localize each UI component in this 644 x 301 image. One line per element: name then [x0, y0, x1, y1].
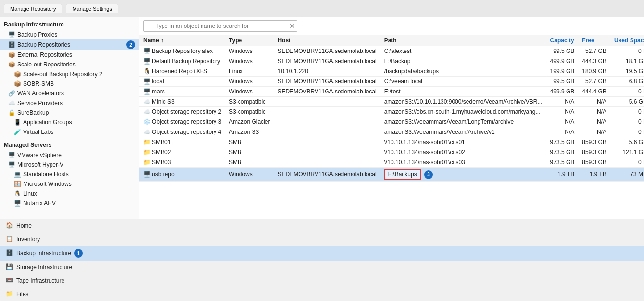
table-row[interactable]: 📁SMB02SMB\\10.10.1.134\nas-sobr01\cifs02… — [139, 147, 644, 157]
cell-host-3: SEDEMOVBRV11GA.sedemolab.local — [274, 77, 380, 87]
cell-name-2: 🐧Hardened Repo+XFS — [139, 66, 225, 77]
cell-name-1: 🖥️Default Backup Repository — [139, 56, 225, 66]
cell-name-8: ☁️Object storage repository 4 — [139, 127, 225, 137]
col-header-name[interactable]: Name ↑ — [139, 35, 225, 46]
sidebar-label-application-groups: Application Groups — [23, 119, 135, 126]
sidebar-item-nutanix-ahv[interactable]: 🖥️ Nutanix AHV — [0, 198, 139, 208]
sidebar-item-scale-out-repositories[interactable]: 📦 Scale-out Repositories — [0, 60, 139, 69]
repo-icon-5: ☁️ — [143, 98, 151, 105]
sidebar-item-vmware-vsphere[interactable]: 🖥️ VMware vSphere — [0, 150, 139, 160]
table-row[interactable]: ❄️Object storage repository 3Amazon Glac… — [139, 117, 644, 127]
table-row[interactable]: 🖥️Default Backup RepositoryWindowsSEDEMO… — [139, 56, 644, 66]
bottom-nav-item-tape-infrastructure[interactable]: 📼 Tape Infrastructure — [0, 274, 644, 288]
table-row[interactable]: 🖥️marsWindowsSEDEMOVBRV11GA.sedemolab.lo… — [139, 87, 644, 97]
sidebar-item-backup-repositories[interactable]: 🗄️ Backup Repositories 2 — [0, 39, 139, 50]
table-row[interactable]: ☁️Minio S3S3-compatibleamazonS3://10.10.… — [139, 97, 644, 107]
repo-icon-10: 📁 — [143, 149, 151, 156]
manage-settings-button[interactable]: Manage Settings — [66, 4, 118, 13]
sidebar-item-microsoft-hyper-v[interactable]: 🖥️ Microsoft Hyper-V — [0, 160, 139, 170]
cell-host-7 — [274, 117, 380, 127]
cell-capacity-6: N/A — [546, 107, 579, 117]
sidebar-item-external-repositories[interactable]: 📦 External Repositories — [0, 50, 139, 60]
bottom-nav-item-storage-infrastructure[interactable]: 💾 Storage Infrastructure — [0, 261, 644, 274]
search-bar: 🔍 ✕ — [139, 17, 644, 35]
repo-icon-9: 📁 — [143, 139, 151, 145]
search-input[interactable] — [143, 20, 297, 32]
sidebar-item-service-providers[interactable]: ☁️ Service Providers — [0, 98, 139, 108]
cell-path-11: \\10.10.1.134\nas-sobr01\cifs03 — [380, 157, 546, 168]
service-providers-icon: ☁️ — [8, 99, 15, 107]
table-row[interactable]: 🖥️Backup Repository alexWindowsSEDEMOVBR… — [139, 46, 644, 56]
repo-icon-3: 🖥️ — [143, 78, 151, 85]
col-header-type[interactable]: Type — [225, 35, 274, 46]
bottom-nav-label-home: Home — [16, 222, 32, 229]
cell-host-8 — [274, 127, 380, 137]
cell-free-3: 52.7 GB — [578, 77, 610, 87]
cell-type-2: Linux — [225, 66, 274, 77]
repo-icon-2: 🐧 — [143, 68, 151, 75]
bottom-nav-item-files[interactable]: 📁 Files — [0, 288, 644, 301]
cell-path-5: amazonS3://10.10.1.130:9000/sedemo/Veeam… — [380, 97, 546, 107]
sidebar-label-service-providers: Service Providers — [17, 100, 135, 106]
backup-proxies-icon: 🖥️ — [8, 31, 15, 39]
cell-capacity-2: 199.9 GB — [546, 66, 579, 77]
table-row[interactable]: ☁️Object storage repository 2S3-compatib… — [139, 107, 644, 117]
sidebar-item-standalone-hosts[interactable]: 💻 Standalone Hosts — [0, 170, 139, 179]
cell-type-10: SMB — [225, 147, 274, 157]
table-row[interactable]: 📁SMB01SMB\\10.10.1.134\nas-sobr01\cifs01… — [139, 137, 644, 147]
backup-repositories-icon: 🗄️ — [8, 41, 15, 49]
sidebar-item-microsoft-windows[interactable]: 🪟 Microsoft Windows — [0, 179, 139, 189]
sidebar-item-surebackup[interactable]: 🔒 SureBackup — [0, 108, 139, 118]
cell-used-9: 5.6 GB — [610, 137, 644, 147]
sidebar-label-scale-out-repositories: Scale-out Repositories — [17, 61, 135, 68]
cell-name-9: 📁SMB01 — [139, 137, 225, 147]
col-header-used-space[interactable]: Used Space — [610, 35, 644, 46]
table-row[interactable]: 📁SMB03SMB\\10.10.1.134\nas-sobr01\cifs03… — [139, 157, 644, 168]
backup-infrastructure-icon: 🗄️ — [6, 249, 13, 257]
sidebar-item-backup-proxies[interactable]: 🖥️ Backup Proxies — [0, 30, 139, 39]
sidebar-items: 🖥️ Backup Proxies 🗄️ Backup Repositories… — [0, 30, 139, 137]
search-clear-icon[interactable]: ✕ — [290, 22, 295, 30]
sidebar: Backup Infrastructure 🖥️ Backup Proxies … — [0, 17, 139, 219]
cell-capacity-1: 499.9 GB — [546, 56, 579, 66]
table-row[interactable]: ☁️Object storage repository 4Amazon S3am… — [139, 127, 644, 137]
cell-path-8: amazonS3://veeammars/Veeam/Archive/v1 — [380, 127, 546, 137]
bottom-nav-label-tape-infrastructure: Tape Infrastructure — [16, 277, 64, 284]
repositories-table: Name ↑TypeHostPathCapacityFreeUsed Space… — [139, 35, 644, 182]
table-row[interactable]: 🖥️localWindowsSEDEMOVBRV11GA.sedemolab.l… — [139, 77, 644, 87]
highlighted-path-12: F:\Backups — [384, 169, 421, 180]
bottom-nav-item-home[interactable]: 🏠 Home — [0, 219, 644, 233]
sidebar-item-application-groups[interactable]: 📱 Application Groups — [0, 118, 139, 127]
sidebar-item-virtual-labs[interactable]: 🧪 Virtual Labs — [0, 127, 139, 137]
col-header-path[interactable]: Path — [380, 35, 546, 46]
col-header-free[interactable]: Free — [578, 35, 610, 46]
bottom-nav-item-backup-infrastructure[interactable]: 🗄️ Backup Infrastructure 1 — [0, 246, 644, 261]
cell-capacity-5: N/A — [546, 97, 579, 107]
bottom-nav-label-backup-infrastructure: Backup Infrastructure — [16, 250, 71, 257]
manage-repository-button[interactable]: Manage Repository — [4, 4, 62, 13]
application-groups-icon: 📱 — [13, 118, 21, 126]
sidebar-item-wan-accelerators[interactable]: 🔗 WAN Accelerators — [0, 89, 139, 98]
table-row[interactable]: 🖥️usb repoWindowsSEDEMOVBRV11GA.sedemola… — [139, 168, 644, 182]
col-header-capacity[interactable]: Capacity — [546, 35, 579, 46]
cell-used-7: 0 B — [610, 117, 644, 127]
cell-free-2: 180.9 GB — [578, 66, 610, 77]
cell-type-8: Amazon S3 — [225, 127, 274, 137]
cell-used-2: 19.5 GB — [610, 66, 644, 77]
content-area: 🔍 ✕ Name ↑TypeHostPathCapacityFreeUsed S… — [139, 17, 644, 219]
scaleout-backup-repo-2-icon: 📦 — [13, 70, 21, 78]
sidebar-label-microsoft-windows: Microsoft Windows — [23, 181, 135, 187]
cell-path-4: E:\test — [380, 87, 546, 97]
sidebar-item-linux[interactable]: 🐧 Linux — [0, 189, 139, 198]
cell-used-8: 0 B — [610, 127, 644, 137]
sidebar-item-scaleout-backup-repo-2[interactable]: 📦 Scale-out Backup Repository 2 — [0, 69, 139, 79]
table-row[interactable]: 🐧Hardened Repo+XFSLinux10.10.1.220/backu… — [139, 66, 644, 77]
sidebar-label-scaleout-backup-repo-2: Scale-out Backup Repository 2 — [23, 71, 135, 78]
sidebar-label-linux: Linux — [23, 190, 135, 197]
bottom-nav-item-inventory[interactable]: 📋 Inventory — [0, 233, 644, 246]
cell-host-5 — [274, 97, 380, 107]
col-header-host[interactable]: Host — [274, 35, 380, 46]
vmware-vsphere-icon: 🖥️ — [8, 151, 15, 159]
cell-capacity-3: 99.5 GB — [546, 77, 579, 87]
sidebar-item-sobr-smb[interactable]: 📦 SOBR-SMB — [0, 79, 139, 89]
